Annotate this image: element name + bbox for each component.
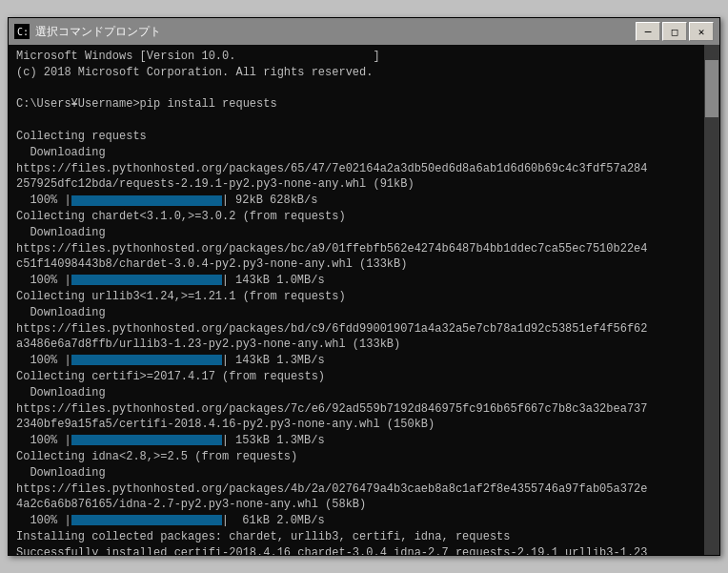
titlebar-left: C: 選択コマンドプロンプト bbox=[14, 24, 161, 40]
console-output[interactable]: Microsoft Windows [Version 10.0. ] (c) 2… bbox=[9, 45, 719, 555]
titlebar: C: 選択コマンドプロンプト ─ □ ✕ bbox=[9, 18, 719, 45]
cmd-window: C: 選択コマンドプロンプト ─ □ ✕ Microsoft Windows [… bbox=[8, 17, 720, 556]
minimize-button[interactable]: ─ bbox=[636, 22, 660, 41]
close-button[interactable]: ✕ bbox=[689, 22, 714, 41]
scrollbar[interactable] bbox=[704, 45, 719, 555]
console-text: Microsoft Windows [Version 10.0. ] (c) 2… bbox=[16, 49, 712, 555]
window-title: 選択コマンドプロンプト bbox=[35, 24, 161, 40]
titlebar-buttons: ─ □ ✕ bbox=[636, 22, 714, 41]
scrollbar-thumb[interactable] bbox=[705, 60, 718, 117]
maximize-button[interactable]: □ bbox=[662, 22, 687, 41]
cmd-icon: C: bbox=[14, 24, 30, 39]
svg-text:C:: C: bbox=[17, 27, 29, 37]
